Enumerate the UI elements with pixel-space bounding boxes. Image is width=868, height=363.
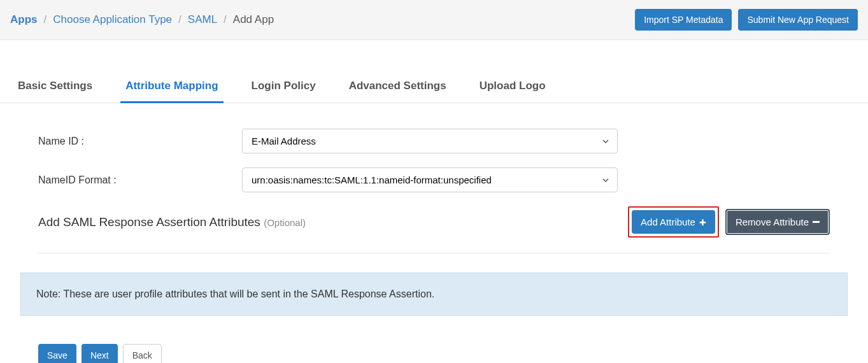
tab-advanced-settings[interactable]: Advanced Settings <box>344 71 452 103</box>
add-attribute-button[interactable]: Add Attribute <box>632 210 715 234</box>
nameid-select[interactable]: E-Mail Address <box>242 129 618 153</box>
tabs: Basic Settings Attribute Mapping Login P… <box>0 71 868 103</box>
section-title: Add SAML Response Assertion Attributes <box>38 215 264 229</box>
add-attribute-label: Add Attribute <box>641 217 695 227</box>
note-box: Note: These are user profile attributes … <box>20 273 848 316</box>
nameid-format-select[interactable]: urn:oasis:names:tc:SAML:1.1:nameid-forma… <box>242 167 618 192</box>
tab-login-policy[interactable]: Login Policy <box>246 71 321 103</box>
breadcrumb-apps[interactable]: Apps <box>10 13 38 26</box>
section-optional: (Optional) <box>264 217 306 228</box>
breadcrumb-saml[interactable]: SAML <box>188 13 217 26</box>
import-metadata-button[interactable]: Import SP Metadata <box>635 9 732 31</box>
nameid-format-label: NameID Format : <box>38 174 242 186</box>
submit-request-button[interactable]: Submit New App Request <box>738 9 858 31</box>
save-button[interactable]: Save <box>38 344 76 363</box>
breadcrumb-sep: / <box>178 13 181 26</box>
highlight-box: Add Attribute <box>628 206 719 238</box>
plus-icon <box>699 217 706 227</box>
nameid-label: Name ID : <box>38 136 242 147</box>
breadcrumb: Apps / Choose Application Type / SAML / … <box>10 13 274 26</box>
tab-upload-logo[interactable]: Upload Logo <box>474 71 551 103</box>
remove-attribute-label: Remove Attribute <box>736 217 809 227</box>
breadcrumb-sep: / <box>224 13 227 26</box>
breadcrumb-choose[interactable]: Choose Application Type <box>53 13 172 26</box>
breadcrumb-sep: / <box>44 13 47 26</box>
remove-attribute-button[interactable]: Remove Attribute <box>725 209 830 235</box>
next-button[interactable]: Next <box>82 344 118 363</box>
tab-basic-settings[interactable]: Basic Settings <box>13 71 97 103</box>
breadcrumb-current: Add App <box>233 13 274 26</box>
tab-attribute-mapping[interactable]: Attribute Mapping <box>120 71 223 103</box>
minus-icon <box>813 221 820 223</box>
back-button[interactable]: Back <box>123 344 162 363</box>
